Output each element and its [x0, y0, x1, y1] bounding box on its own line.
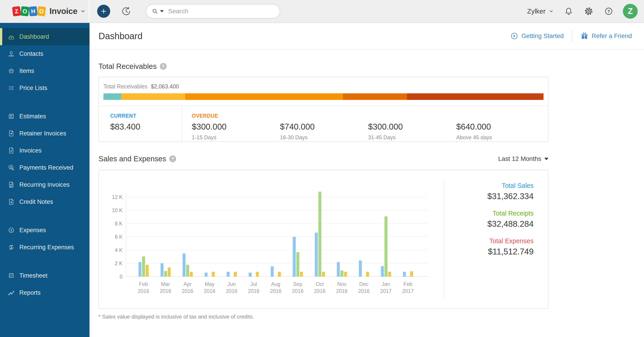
quick-create-button[interactable] [97, 5, 110, 18]
receivables-segment-overdue-31-45 [343, 93, 407, 100]
zoho-logo-letter: O [37, 6, 46, 17]
overdue-column: $300.00031-45 Days [368, 119, 456, 141]
dashboard-content: Total Receivables ? Total Receivables $2… [90, 62, 548, 320]
overdue-amount: $300.000 [368, 122, 456, 132]
total-receivables-heading: Total Receivables [98, 62, 157, 71]
sales-bar [381, 266, 384, 277]
y-tick-label: 2 K [115, 260, 122, 267]
sidebar-item-contacts[interactable]: Contacts [0, 45, 90, 62]
sidebar-item-retainer-invoices[interactable]: Retainer Invoices [0, 125, 90, 142]
sales-footnote: * Sales value displayed is inclusive of … [98, 313, 548, 320]
sidebar-item-recurring-expenses[interactable]: $Recurring Expenses [0, 239, 90, 256]
sidebar-item-label: Expenses [19, 227, 46, 234]
bar-group-apr-2016 [176, 189, 198, 277]
header-divider [572, 30, 572, 42]
help-icon[interactable]: ? [169, 155, 176, 162]
organization-dropdown[interactable]: Zylker [527, 8, 554, 15]
product-name: Invoice [50, 7, 77, 16]
receipts-bar [340, 271, 343, 277]
search-icon [152, 8, 158, 15]
sidebar-item-invoices[interactable]: Invoices [0, 142, 90, 159]
sidebar-item-reports[interactable]: Reports [0, 284, 90, 301]
sidebar-item-price-lists[interactable]: Price Lists [0, 79, 90, 97]
bar-group-sep-2016 [287, 189, 309, 277]
settings-gear-icon[interactable] [584, 6, 594, 16]
overdue-column: $300.0001-15 Days [192, 119, 280, 141]
receivables-aging-bar [104, 93, 544, 100]
recent-history-icon[interactable] [121, 6, 131, 17]
bar-group-oct-2016 [309, 189, 331, 277]
receivables-summary-label: Total Receivables [104, 83, 148, 90]
notifications-bell-icon[interactable] [564, 7, 574, 16]
receivables-segment-overdue-above-45 [407, 93, 544, 100]
x-tick-label: Dec2016 [353, 281, 375, 295]
main-area: Dashboard Getting Started Refer a Friend [90, 23, 644, 337]
help-icon[interactable]: ? [160, 63, 166, 70]
getting-started-link[interactable]: Getting Started [510, 32, 564, 40]
overdue-column: $640.000Above 45 days [456, 119, 544, 141]
coin-icon: $ [8, 226, 15, 234]
zoho-logo-letter: H [29, 6, 38, 17]
gift-icon [580, 32, 588, 40]
sidebar-item-label: Timesheet [19, 272, 48, 279]
sidebar-item-label: Price Lists [19, 85, 48, 92]
y-tick-label: 8 K [115, 221, 122, 227]
refer-a-friend-link[interactable]: Refer a Friend [580, 32, 632, 40]
trend-icon [8, 289, 15, 296]
overdue-label: OVERDUE [192, 113, 544, 119]
date-range-dropdown[interactable]: Last 12 Months [498, 155, 548, 162]
topbar: ZOHO Invoice Zylker [0, 0, 644, 23]
chevron-down-icon[interactable] [80, 8, 86, 14]
x-tick-label: Jul2016 [242, 281, 265, 295]
bar-group-feb-2016 [132, 189, 154, 277]
brand-logo[interactable]: ZOHO Invoice [0, 0, 90, 23]
sidebar-item-credit-notes[interactable]: $Credit Notes [0, 193, 90, 210]
y-tick-label: 0 [120, 274, 122, 280]
sidebar-item-label: Recurring Invoices [19, 181, 70, 188]
zoho-invoice-app: ZOHO Invoice Zylker [0, 0, 644, 337]
sidebar-item-dashboard[interactable]: Dashboard [0, 28, 90, 45]
play-circle-icon [510, 32, 518, 40]
page-title: Dashboard [98, 31, 142, 41]
help-icon[interactable]: ? [604, 7, 614, 16]
x-tick-label: May2016 [198, 281, 220, 295]
sidebar-item-expenses[interactable]: $Expenses [0, 222, 90, 239]
basket-icon [8, 67, 15, 75]
chart-total-label: Total Expenses [439, 237, 534, 245]
sidebar-item-payments-received[interactable]: $Payments Received [0, 159, 90, 176]
expenses-bar [256, 272, 259, 277]
sidebar-item-items[interactable]: Items [0, 62, 90, 79]
date-range-label: Last 12 Months [498, 155, 541, 162]
sales-bar [293, 237, 296, 277]
chart-totals-panel: Total Sales$31,362.334Total Receipts$32,… [439, 182, 534, 265]
x-axis-labels: Feb2016Mar2016Apr2016May2016Jun2016Jul20… [126, 281, 428, 295]
overdue-period: 31-45 Days [368, 134, 456, 141]
person-icon [8, 50, 15, 57]
sidebar-nav: DashboardContactsItemsPrice ListsEstimat… [0, 23, 90, 301]
expenses-bar [388, 272, 391, 277]
sales-bar [337, 262, 340, 277]
coin-down-icon: $ [8, 164, 15, 171]
caret-down-icon [544, 158, 548, 160]
svg-text:?: ? [607, 9, 610, 14]
sales-bar [249, 273, 252, 277]
user-avatar[interactable]: Z [623, 4, 638, 19]
topbar-main: Zylker ? Z [90, 0, 644, 23]
chart-total-label: Total Sales [439, 182, 534, 189]
zoho-logo: ZOHO [12, 7, 46, 16]
overdue-period: Above 45 days [456, 134, 544, 141]
overdue-period: 1-15 Days [192, 134, 280, 141]
chevron-down-icon [549, 9, 554, 14]
sidebar-item-label: Estimates [19, 113, 46, 120]
total-receivables-section-head: Total Receivables ? [98, 62, 548, 71]
search-scope-caret-icon[interactable] [160, 10, 164, 12]
overdue-amount: $300.000 [192, 122, 280, 132]
sidebar-item-timesheet[interactable]: Timesheet [0, 267, 90, 284]
y-axis-labels: 02 K4 K6 K8 K10 K12 K [101, 189, 122, 277]
bar-group-nov-2016 [331, 189, 353, 277]
sidebar-item-estimates[interactable]: Estimates [0, 108, 90, 125]
search-input[interactable] [168, 8, 274, 15]
svg-text:$: $ [10, 166, 12, 169]
sales-expenses-section-head: Sales and Expenses ? Last 12 Months [98, 155, 548, 163]
sidebar-item-recurring-invoices[interactable]: Recurring Invoices [0, 176, 90, 193]
